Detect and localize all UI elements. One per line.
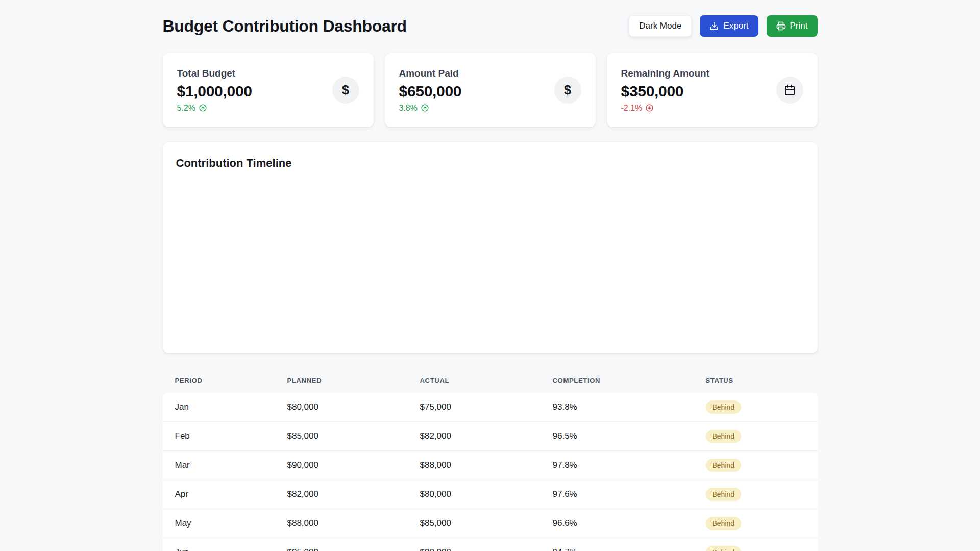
cell-status: Behind — [706, 430, 805, 443]
stat-card-remaining-amount: Remaining Amount $350,000 -2.1% — [607, 53, 818, 127]
status-badge: Behind — [706, 517, 742, 530]
stat-label: Remaining Amount — [621, 68, 709, 79]
stat-value: $650,000 — [399, 83, 462, 100]
status-badge: Behind — [706, 430, 742, 443]
cell-completion: 96.5% — [553, 431, 706, 441]
cell-status: Behind — [706, 488, 805, 501]
status-badge: Behind — [706, 400, 742, 414]
stat-change: 5.2% — [177, 104, 252, 113]
printer-icon — [776, 21, 786, 31]
table-row: Feb $85,000 $82,000 96.5% Behind — [163, 422, 818, 451]
header-actions: Dark Mode Export Print — [629, 15, 817, 37]
stat-card-amount-paid: Amount Paid $650,000 3.8% $ — [385, 53, 596, 127]
stat-change-value: -2.1% — [621, 104, 643, 113]
dollar-icon: $ — [554, 77, 581, 104]
cell-actual: $90,000 — [420, 547, 553, 551]
stat-label: Amount Paid — [399, 68, 462, 79]
column-header-status: Status — [706, 377, 805, 384]
table-row: Jun $95,000 $90,000 94.7% Behind — [163, 538, 818, 551]
print-button[interactable]: Print — [767, 15, 818, 37]
table-body: Jan $80,000 $75,000 93.8% Behind Feb $85… — [163, 393, 818, 551]
cell-actual: $85,000 — [420, 518, 553, 529]
column-header-completion: Completion — [553, 377, 706, 384]
contribution-timeline-card: Contribution Timeline — [163, 142, 818, 353]
trend-up-icon — [421, 104, 429, 112]
cell-planned: $85,000 — [287, 431, 420, 441]
cell-completion: 97.8% — [553, 460, 706, 470]
status-badge: Behind — [706, 459, 742, 472]
calendar-icon — [776, 77, 803, 104]
stat-card-total-budget: Total Budget $1,000,000 5.2% $ — [163, 53, 374, 127]
stat-change: -2.1% — [621, 104, 709, 113]
cell-status: Behind — [706, 517, 805, 530]
table-header-row: Period Planned Actual Completion Status — [163, 367, 818, 393]
timeline-title: Contribution Timeline — [176, 157, 804, 170]
timeline-chart-area — [176, 170, 804, 338]
cell-period: Mar — [175, 460, 287, 470]
export-button[interactable]: Export — [700, 15, 758, 37]
download-icon — [709, 21, 719, 31]
cell-completion: 96.6% — [553, 518, 706, 529]
table-row: Mar $90,000 $88,000 97.8% Behind — [163, 451, 818, 480]
stat-change-value: 3.8% — [399, 104, 418, 113]
cell-status: Behind — [706, 459, 805, 472]
cell-period: May — [175, 518, 287, 529]
cell-planned: $90,000 — [287, 460, 420, 470]
print-button-label: Print — [790, 21, 808, 31]
stat-change: 3.8% — [399, 104, 462, 113]
column-header-period: Period — [175, 377, 287, 384]
stat-value: $350,000 — [621, 83, 709, 100]
stat-label: Total Budget — [177, 68, 252, 79]
status-badge: Behind — [706, 546, 742, 551]
dashboard-page: Budget Contribution Dashboard Dark Mode … — [163, 0, 818, 551]
cell-completion: 94.7% — [553, 547, 706, 551]
cell-planned: $82,000 — [287, 489, 420, 499]
stat-value: $1,000,000 — [177, 83, 252, 100]
contribution-table: Period Planned Actual Completion Status … — [163, 367, 818, 551]
dark-mode-button-label: Dark Mode — [639, 21, 681, 31]
status-badge: Behind — [706, 488, 742, 501]
dark-mode-button[interactable]: Dark Mode — [629, 15, 692, 37]
column-header-planned: Planned — [287, 377, 420, 384]
cell-status: Behind — [706, 400, 805, 414]
cell-period: Feb — [175, 431, 287, 441]
table-row: May $88,000 $85,000 96.6% Behind — [163, 509, 818, 538]
cell-planned: $88,000 — [287, 518, 420, 529]
dollar-icon: $ — [332, 77, 359, 104]
trend-down-icon — [645, 104, 654, 112]
cell-period: Jan — [175, 402, 287, 412]
stats-row: Total Budget $1,000,000 5.2% $ Amount Pa… — [163, 53, 818, 127]
cell-planned: $80,000 — [287, 402, 420, 412]
cell-actual: $80,000 — [420, 489, 553, 499]
page-header: Budget Contribution Dashboard Dark Mode … — [163, 15, 818, 37]
trend-up-icon — [199, 104, 207, 112]
cell-completion: 93.8% — [553, 402, 706, 412]
cell-planned: $95,000 — [287, 547, 420, 551]
export-button-label: Export — [723, 21, 748, 31]
page-title: Budget Contribution Dashboard — [163, 17, 407, 36]
table-row: Jan $80,000 $75,000 93.8% Behind — [163, 393, 818, 422]
cell-period: Apr — [175, 489, 287, 499]
cell-actual: $82,000 — [420, 431, 553, 441]
stat-change-value: 5.2% — [177, 104, 195, 113]
cell-actual: $75,000 — [420, 402, 553, 412]
cell-period: Jun — [175, 547, 287, 551]
table-row: Apr $82,000 $80,000 97.6% Behind — [163, 480, 818, 509]
column-header-actual: Actual — [420, 377, 553, 384]
cell-actual: $88,000 — [420, 460, 553, 470]
cell-status: Behind — [706, 546, 805, 551]
cell-completion: 97.6% — [553, 489, 706, 499]
